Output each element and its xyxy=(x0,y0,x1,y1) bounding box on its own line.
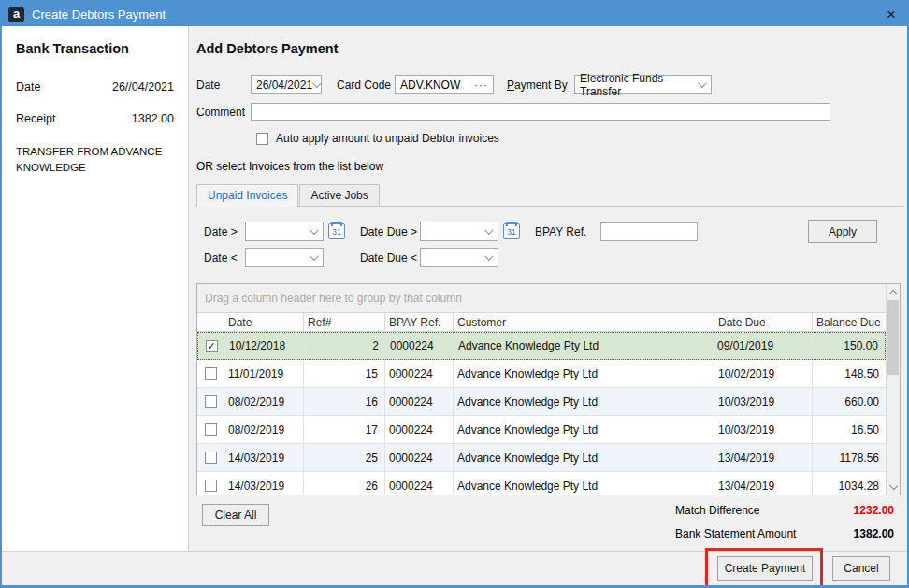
column-header-checkbox[interactable] xyxy=(197,313,224,331)
cell-bpay-ref: 0000224 xyxy=(385,333,454,359)
cell-date-due: 10/03/2019 xyxy=(714,416,812,443)
chevron-down-icon xyxy=(484,225,494,235)
auto-apply-checkbox[interactable] xyxy=(256,133,268,145)
date-due-lt-dropdown[interactable] xyxy=(420,248,498,267)
tab-unpaid-invoices[interactable]: Unpaid Invoices xyxy=(196,184,298,207)
title-bar: a Create Debtors Payment × xyxy=(2,2,907,26)
column-header-customer[interactable]: Customer xyxy=(453,313,714,331)
row-checkbox-box[interactable] xyxy=(205,480,217,492)
row-checkbox[interactable]: ✓ xyxy=(198,333,224,359)
card-code-field[interactable]: ADV.KNOW ··· xyxy=(395,75,494,94)
cell-date: 11/01/2019 xyxy=(224,360,303,387)
row-checkbox[interactable] xyxy=(197,388,224,415)
card-code-value: ADV.KNOW xyxy=(400,79,460,92)
cell-customer: Advance Knowledge Pty Ltd xyxy=(454,333,713,359)
row-checkbox-box[interactable] xyxy=(205,367,217,380)
row-checkbox-box[interactable] xyxy=(205,452,217,464)
bank-statement-amount-row: Bank Statement Amount 1382.00 xyxy=(675,527,894,540)
cell-ref: 17 xyxy=(303,416,384,443)
date-gt-dropdown[interactable] xyxy=(245,222,324,241)
match-difference-row: Match Difference 1232.00 xyxy=(675,504,894,517)
column-header-date-due[interactable]: Date Due xyxy=(714,313,812,331)
bank-receipt-row: Receipt 1382.00 xyxy=(16,112,174,125)
cell-date: 10/12/2018 xyxy=(224,333,304,359)
row-checkbox-box[interactable] xyxy=(205,395,217,408)
match-difference-label: Match Difference xyxy=(675,504,760,517)
add-debtors-payment-panel: Add Debtors Payment Date 26/04/2021 Card… xyxy=(189,26,907,551)
bank-date-label: Date xyxy=(16,80,40,93)
grid-vertical-scrollbar[interactable] xyxy=(886,284,900,495)
date-lt-label: Date < xyxy=(204,251,245,265)
group-by-band[interactable]: Drag a column header here to group by th… xyxy=(197,284,886,312)
payment-by-label: Payment By xyxy=(507,79,574,92)
create-payment-annotation: Create Payment xyxy=(717,556,813,581)
create-payment-button[interactable]: Create Payment xyxy=(717,556,813,581)
row-checkbox-box[interactable] xyxy=(205,423,217,436)
app-logo-icon: a xyxy=(8,7,24,22)
bank-transaction-panel: Bank Transaction Date 26//04/2021 Receip… xyxy=(2,26,189,551)
cell-date-due: 10/03/2019 xyxy=(714,388,812,415)
cell-date-due: 09/01/2019 xyxy=(713,333,811,359)
bpay-ref-input[interactable] xyxy=(600,222,698,241)
create-debtors-payment-dialog: a Create Debtors Payment × Bank Transact… xyxy=(0,0,909,588)
calendar-icon[interactable]: 31 xyxy=(503,223,520,239)
cell-bpay-ref: 0000224 xyxy=(384,388,453,415)
invoice-row[interactable]: 14/03/2019250000224Advance Knowledge Pty… xyxy=(197,444,886,472)
cell-ref: 26 xyxy=(303,472,384,495)
cell-date-due: 13/04/2019 xyxy=(714,472,812,495)
date-lt-dropdown[interactable] xyxy=(245,248,324,267)
bank-transaction-description: TRANSFER FROM ADVANCE KNOWLEDGE xyxy=(16,144,164,175)
match-difference-value: 1232.00 xyxy=(854,504,894,517)
card-code-lookup-ellipsis-icon[interactable]: ··· xyxy=(474,79,493,92)
dialog-footer: Create Payment Cancel xyxy=(2,551,907,585)
chevron-down-icon xyxy=(312,79,322,88)
row-checkbox[interactable] xyxy=(197,416,224,443)
cancel-button[interactable]: Cancel xyxy=(832,556,890,581)
window-title: Create Debtors Payment xyxy=(32,7,877,22)
filter-row-1: Date > 31 Date Due > 31 BPAY Ref. Apply xyxy=(204,220,903,243)
column-header-date[interactable]: Date xyxy=(224,313,303,331)
scroll-down-icon[interactable] xyxy=(887,480,900,494)
calendar-icon[interactable]: 31 xyxy=(328,223,345,239)
bank-date-row: Date 26//04/2021 xyxy=(16,80,174,93)
cell-customer: Advance Knowledge Pty Ltd xyxy=(453,444,714,471)
cell-balance-due: 1034.28 xyxy=(812,472,886,495)
cell-date-due: 10/02/2019 xyxy=(714,360,812,387)
date-dropdown[interactable]: 26/04/2021 xyxy=(251,75,322,94)
column-header-ref[interactable]: Ref# xyxy=(303,313,384,331)
grid-rows-container: ✓10/12/201820000224Advance Knowledge Pty… xyxy=(197,332,886,495)
cell-customer: Advance Knowledge Pty Ltd xyxy=(453,472,714,495)
invoice-row[interactable]: 11/01/2019150000224Advance Knowledge Pty… xyxy=(197,360,886,388)
comment-input[interactable] xyxy=(251,103,830,121)
invoice-row[interactable]: 08/02/2019170000224Advance Knowledge Pty… xyxy=(197,416,886,444)
clear-all-button[interactable]: Clear All xyxy=(202,504,269,526)
cell-balance-due: 660.00 xyxy=(812,388,886,415)
bank-statement-amount-label: Bank Statement Amount xyxy=(675,527,796,540)
tab-active-jobs[interactable]: Active Jobs xyxy=(299,184,379,206)
chevron-down-icon xyxy=(484,251,494,261)
bank-date-value: 26//04/2021 xyxy=(112,80,174,93)
date-due-lt-label: Date Due < xyxy=(360,251,420,265)
or-select-text: OR select Invoices from the list below xyxy=(196,160,903,173)
apply-button[interactable]: Apply xyxy=(808,220,877,243)
invoice-row[interactable]: 14/03/2019260000224Advance Knowledge Pty… xyxy=(197,472,886,495)
scroll-up-icon[interactable] xyxy=(887,285,900,299)
row-checkbox-box[interactable]: ✓ xyxy=(206,340,218,352)
invoice-row[interactable]: ✓10/12/201820000224Advance Knowledge Pty… xyxy=(197,332,886,360)
row-checkbox[interactable] xyxy=(197,444,224,471)
row-checkbox[interactable] xyxy=(197,472,224,495)
close-icon[interactable]: × xyxy=(885,7,898,22)
payment-by-dropdown[interactable]: Electronic Funds Transfer xyxy=(574,75,712,94)
bank-statement-amount-value: 1382.00 xyxy=(854,527,894,540)
column-header-balance-due[interactable]: Balance Due xyxy=(812,313,886,331)
invoice-row[interactable]: 08/02/2019160000224Advance Knowledge Pty… xyxy=(197,388,886,416)
date-due-gt-dropdown[interactable] xyxy=(420,222,498,241)
cell-date: 08/02/2019 xyxy=(224,416,303,443)
row-checkbox[interactable] xyxy=(197,360,224,387)
tab-strip: Unpaid Invoices Active Jobs xyxy=(195,184,903,207)
bank-receipt-label: Receipt xyxy=(16,112,55,125)
scrollbar-thumb[interactable] xyxy=(887,300,899,375)
cell-bpay-ref: 0000224 xyxy=(384,416,453,443)
auto-apply-label: Auto apply amount to unpaid Debtor invoi… xyxy=(276,132,499,145)
column-header-bpay[interactable]: BPAY Ref. xyxy=(384,313,453,331)
